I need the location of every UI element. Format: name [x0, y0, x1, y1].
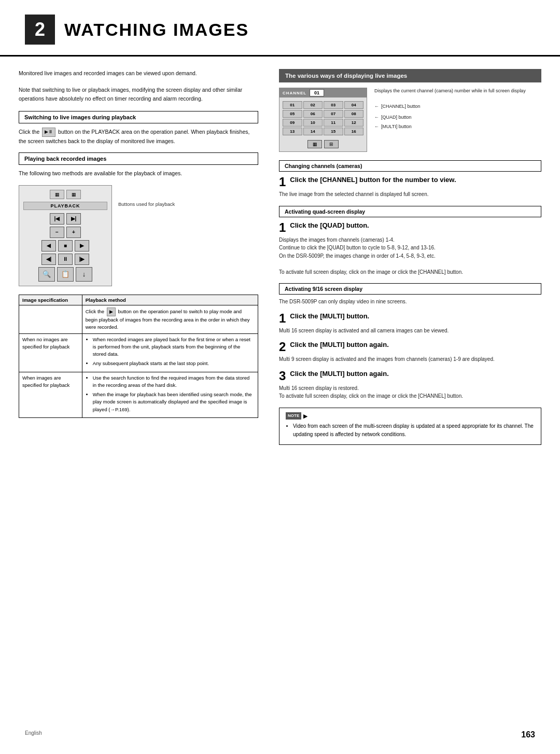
panel-top-icons: ▦ ▦	[23, 190, 107, 199]
step-quad-desc: Displays the images from channels (camer…	[279, 236, 541, 276]
table-row2-spec: When no images are specified for playbac…	[19, 333, 82, 372]
step-quad-1: 1 Click the [QUAD] button.	[279, 221, 541, 234]
playback-table: Image specification Playback method Clic…	[19, 295, 258, 418]
btn-minus[interactable]: −	[50, 227, 64, 238]
btn-stop[interactable]: ■	[58, 240, 73, 252]
screen916-title: Activating 9/16 screen display	[279, 283, 541, 295]
note-box-header: NOTE ▶	[286, 412, 535, 421]
ch-04[interactable]: 04	[344, 101, 364, 109]
table-row3-method: Use the search function to find the requ…	[82, 372, 258, 417]
ch-05[interactable]: 05	[283, 110, 302, 118]
table-col2-header: Playback method	[82, 295, 258, 305]
screen916-desc: The DSR-5009P can only display video in …	[279, 298, 541, 306]
step-multi-3: 3 Click the [MULTI] button again.	[279, 370, 541, 382]
intro-line2: Note that switching to live or playback …	[19, 86, 258, 103]
btn-search[interactable]: 🔍	[38, 267, 55, 282]
step-multi3-num: 3	[279, 370, 286, 382]
table-row-2: When no images are specified for playbac…	[19, 333, 258, 372]
playback-inline-btn: ▶⏸	[42, 128, 55, 137]
playback-section-intro: The following two methods are available …	[19, 169, 258, 177]
note-box: NOTE ▶ Video from each screen of the mul…	[279, 408, 541, 445]
step-heading-1: Click the [CHANNEL] button for the numbe…	[290, 176, 456, 184]
right-column: The various ways of displaying live imag…	[273, 69, 541, 445]
btn-play[interactable]: ▶	[75, 240, 89, 252]
ch-14[interactable]: 14	[303, 128, 323, 135]
btn-pause[interactable]: ⏸	[58, 254, 73, 265]
step-multi-2: 2 Click the [MULTI] button again.	[279, 341, 541, 353]
ch-12[interactable]: 12	[344, 119, 364, 127]
btn-skip-fwd[interactable]: ▶|	[66, 213, 81, 225]
note-arrow-icon: ▶	[303, 412, 307, 421]
ch-15[interactable]: 15	[324, 128, 343, 135]
channel-btns-row: ▦ ⊞	[279, 138, 367, 151]
btn-rew[interactable]: ◀	[41, 240, 56, 252]
panel-row-2: − +	[23, 227, 107, 238]
step-multi-1: 1 Click the [MULTI] button.	[279, 312, 541, 325]
panel-row-3: ◀ ■ ▶	[23, 240, 107, 252]
ch-16[interactable]: 16	[344, 128, 364, 135]
table-row3-spec: When images are specified for playback	[19, 372, 82, 417]
step-desc-1: The live image from the selected channel…	[279, 190, 541, 199]
switching-section-title: Switching to live images during playback	[19, 111, 258, 123]
table-row2-method: When recorded images are played back for…	[82, 333, 258, 372]
note-channel-btn: ←[CHANNEL] button	[374, 103, 526, 110]
panel-search-row: 🔍 📋 ↓	[23, 267, 107, 282]
right-section-title: The various ways of displaying live imag…	[279, 69, 541, 82]
channel-panel-notes: Displays the current channel (camera) nu…	[374, 88, 526, 130]
note-current-channel: Displays the current channel (camera) nu…	[374, 88, 526, 95]
step-multi1-num: 1	[279, 312, 286, 325]
playback-panel: ▦ ▦ PLAYBACK |◀ ▶| − +	[19, 185, 112, 286]
table-row1-spec	[19, 305, 82, 333]
step-num-1: 1	[279, 176, 286, 188]
playback-label: PLAYBACK	[23, 202, 107, 210]
page-number: 163	[521, 730, 535, 739]
step-multi2-desc: Multi 9 screen display is activated and …	[279, 355, 541, 364]
step-multi1-desc: Multi 16 screen display is activated and…	[279, 327, 541, 335]
ch-09[interactable]: 09	[283, 119, 302, 127]
ch-06[interactable]: 06	[303, 110, 323, 118]
panel-row-4: ◀| ⏸ |▶	[23, 254, 107, 265]
chapter-header: 2 WATCHING IMAGES	[0, 0, 560, 57]
panel-icon-1: ▦	[50, 190, 64, 199]
channel-panel: CHANNEL 01 01 02 03 04 05 06 07 08 09	[279, 88, 367, 152]
btn-export[interactable]: ↓	[76, 267, 92, 282]
btn-copy[interactable]: 📋	[57, 267, 74, 282]
step-multi3-desc: Multi 16 screen display is restored.To a…	[279, 384, 541, 400]
step-quad-heading: Click the [QUAD] button.	[290, 221, 369, 229]
play-inline-btn: ▶	[107, 308, 116, 317]
step-multi1-heading: Click the [MULTI] button.	[290, 312, 369, 320]
ch-07[interactable]: 07	[324, 110, 343, 118]
ch-03[interactable]: 03	[324, 101, 343, 109]
chapter-number: 2	[25, 15, 55, 45]
ch-10[interactable]: 10	[303, 119, 323, 127]
table-col1-header: Image specification	[19, 295, 82, 305]
channel-label: CHANNEL	[283, 91, 306, 95]
btn-skip-back[interactable]: |◀	[50, 213, 64, 225]
ch-02[interactable]: 02	[303, 101, 323, 109]
btn-quad[interactable]: ▦	[307, 140, 322, 148]
channel-panel-wrap: CHANNEL 01 01 02 03 04 05 06 07 08 09	[279, 88, 541, 152]
step-multi2-num: 2	[279, 341, 286, 353]
btn-multi[interactable]: ⊞	[324, 140, 339, 148]
left-column: Monitored live images and recorded image…	[19, 69, 273, 445]
ch-13[interactable]: 13	[283, 128, 302, 135]
table-row-3: When images are specified for playback U…	[19, 372, 258, 417]
note-list: Video from each screen of the multi-scre…	[286, 422, 535, 438]
channel-value: 01	[310, 89, 324, 96]
btn-plus[interactable]: +	[66, 227, 81, 238]
buttons-label: Buttons used for playback	[118, 201, 175, 207]
step-multi3-heading: Click the [MULTI] button again.	[290, 370, 388, 378]
page: 2 WATCHING IMAGES Monitored live images …	[0, 0, 560, 754]
note-item-1: Video from each screen of the multi-scre…	[293, 422, 535, 438]
page-footer: English 163	[0, 730, 560, 739]
step-channels-1: 1 Click the [CHANNEL] button for the num…	[279, 176, 541, 188]
note-multi-btn: ←[MULTI] button	[374, 123, 526, 131]
btn-slow-fwd[interactable]: |▶	[75, 254, 89, 265]
ch-11[interactable]: 11	[324, 119, 343, 127]
channel-grid: 01 02 03 04 05 06 07 08 09 10 11 12 13 1…	[279, 100, 367, 137]
ch-01[interactable]: 01	[283, 101, 302, 109]
changing-channels-title: Changing channels (cameras)	[279, 160, 541, 172]
btn-slow-rew[interactable]: ◀|	[41, 254, 56, 265]
chapter-title: WATCHING IMAGES	[64, 20, 249, 40]
ch-08[interactable]: 08	[344, 110, 364, 118]
